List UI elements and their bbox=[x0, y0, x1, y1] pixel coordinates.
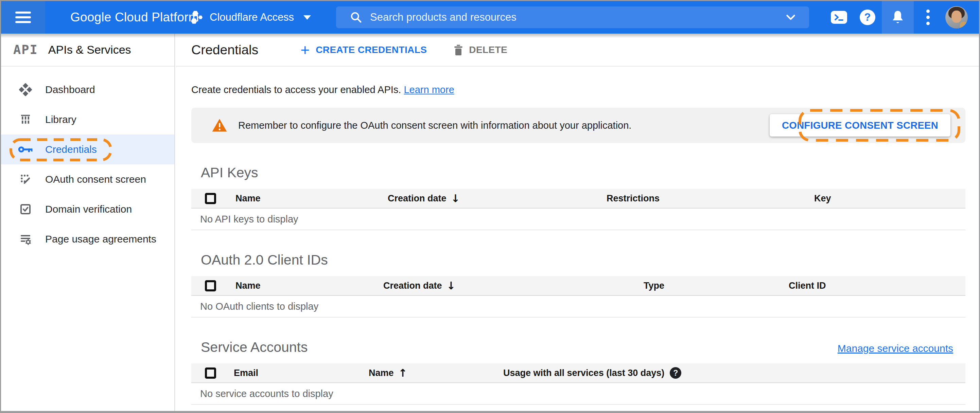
sidebar-item-dashboard[interactable]: Dashboard bbox=[1, 75, 174, 105]
bell-icon bbox=[891, 10, 905, 25]
sidebar-title: APIs & Services bbox=[48, 43, 131, 56]
select-all-checkbox[interactable] bbox=[205, 280, 216, 291]
column-header-name[interactable]: Name ↑ bbox=[369, 367, 503, 379]
sort-arrow-down-icon: ↓ bbox=[451, 192, 460, 205]
search-bar[interactable] bbox=[336, 6, 809, 28]
create-credentials-button[interactable]: + CREATE CREDENTIALS bbox=[301, 43, 427, 57]
usage-help-icon[interactable]: ? bbox=[670, 367, 681, 379]
sidebar-item-credentials[interactable]: Credentials bbox=[1, 135, 174, 164]
column-header-email[interactable]: Email bbox=[234, 368, 369, 378]
sidebar-header: API APIs & Services bbox=[1, 33, 174, 67]
service-accounts-empty-state: No service accounts to display bbox=[191, 383, 966, 405]
trash-icon bbox=[453, 44, 463, 56]
product-logo[interactable]: Google Cloud Platform bbox=[70, 1, 199, 33]
sort-arrow-down-icon: ↓ bbox=[447, 280, 456, 292]
help-button[interactable]: ? bbox=[853, 1, 882, 33]
column-header-creation-date[interactable]: Creation date ↓ bbox=[383, 280, 644, 292]
notifications-button[interactable] bbox=[882, 1, 914, 33]
column-header-client-id[interactable]: Client ID bbox=[789, 281, 966, 291]
cloud-shell-button[interactable] bbox=[825, 1, 853, 33]
question-icon: ? bbox=[860, 10, 875, 25]
page-title: Credentials bbox=[191, 43, 258, 57]
hamburger-icon bbox=[15, 11, 31, 23]
sidebar-item-label: Page usage agreements bbox=[45, 234, 156, 245]
library-icon bbox=[18, 113, 33, 125]
oauth-clients-empty-state: No OAuth clients to display bbox=[191, 296, 966, 318]
warning-banner: Remember to configure the OAuth consent … bbox=[191, 108, 966, 143]
sidebar-item-label: Library bbox=[45, 114, 76, 125]
api-keys-header-row: Name Creation date ↓ Restrictions Key bbox=[191, 189, 966, 208]
domain-check-icon bbox=[18, 203, 33, 215]
three-dots-icon bbox=[926, 10, 930, 25]
service-accounts-heading-row: Service Accounts Manage service accounts bbox=[191, 339, 966, 355]
sidebar-item-label: Domain verification bbox=[45, 203, 132, 215]
api-keys-empty-state: No API keys to display bbox=[191, 208, 966, 230]
column-header-name[interactable]: Name bbox=[235, 193, 388, 204]
column-header-key[interactable]: Key bbox=[814, 193, 966, 204]
sidebar: API APIs & Services Dashboard bbox=[1, 33, 175, 411]
search-expand-chevron-icon[interactable] bbox=[784, 11, 797, 24]
delete-button[interactable]: DELETE bbox=[453, 44, 508, 56]
terminal-icon bbox=[831, 11, 847, 24]
section-title-oauth-clients: OAuth 2.0 Client IDs bbox=[201, 252, 966, 268]
api-logo: API bbox=[13, 43, 38, 57]
account-button[interactable] bbox=[942, 1, 971, 33]
agreements-icon bbox=[18, 233, 33, 245]
avatar bbox=[945, 6, 968, 29]
more-options-button[interactable] bbox=[914, 1, 942, 33]
service-accounts-header-row: Email Name ↑ Usage with all services (la… bbox=[191, 364, 966, 383]
learn-more-link[interactable]: Learn more bbox=[404, 84, 454, 95]
section-title-service-accounts: Service Accounts bbox=[201, 339, 838, 355]
sidebar-item-label: Credentials bbox=[45, 144, 97, 155]
key-icon bbox=[18, 145, 33, 154]
browser-viewport: Google Cloud Platform Cloudflare Access bbox=[0, 0, 980, 413]
project-name: Cloudflare Access bbox=[210, 11, 294, 24]
oauth-clients-header-row: Name Creation date ↓ Type Client ID bbox=[191, 276, 966, 296]
column-header-type[interactable]: Type bbox=[644, 281, 789, 291]
manage-service-accounts-link[interactable]: Manage service accounts bbox=[838, 343, 953, 354]
warning-triangle-icon bbox=[212, 118, 228, 132]
select-all-checkbox[interactable] bbox=[205, 193, 216, 204]
caret-down-icon bbox=[304, 15, 311, 20]
intro-text: Create credentials to access your enable… bbox=[191, 84, 966, 95]
project-icon bbox=[190, 10, 204, 25]
sidebar-item-label: Dashboard bbox=[45, 84, 95, 95]
select-all-checkbox[interactable] bbox=[205, 367, 216, 379]
app-bar: Google Cloud Platform Cloudflare Access bbox=[1, 1, 979, 33]
consent-icon bbox=[18, 173, 33, 186]
sidebar-item-label: OAuth consent screen bbox=[45, 173, 146, 185]
main-area: Credentials + CREATE CREDENTIALS DELETE … bbox=[176, 33, 979, 411]
search-icon bbox=[350, 11, 363, 24]
configure-consent-screen-button[interactable]: CONFIGURE CONSENT SCREEN bbox=[770, 114, 950, 137]
topbar-actions: ? bbox=[825, 1, 971, 33]
project-selector[interactable]: Cloudflare Access bbox=[190, 1, 311, 33]
sort-arrow-up-icon: ↑ bbox=[399, 367, 407, 379]
section-title-api-keys: API Keys bbox=[201, 165, 966, 181]
warning-text: Remember to configure the OAuth consent … bbox=[238, 120, 632, 131]
page-toolbar: Credentials + CREATE CREDENTIALS DELETE bbox=[176, 33, 979, 67]
column-header-creation-date[interactable]: Creation date ↓ bbox=[388, 192, 606, 205]
sidebar-item-library[interactable]: Library bbox=[1, 105, 174, 135]
plus-icon: + bbox=[301, 43, 310, 57]
sidebar-item-domain-verification[interactable]: Domain verification bbox=[1, 194, 174, 224]
dashboard-icon bbox=[18, 83, 33, 96]
main-menu-button[interactable] bbox=[1, 1, 45, 33]
sidebar-nav: Dashboard Library bbox=[1, 67, 174, 254]
column-header-usage[interactable]: Usage with all services (last 30 days) ? bbox=[503, 367, 966, 379]
sidebar-item-oauth-consent-screen[interactable]: OAuth consent screen bbox=[1, 164, 174, 194]
column-header-name[interactable]: Name bbox=[235, 281, 383, 291]
column-header-restrictions[interactable]: Restrictions bbox=[606, 193, 814, 204]
page-content: Create credentials to access your enable… bbox=[176, 84, 979, 405]
search-input[interactable] bbox=[370, 11, 784, 24]
sidebar-item-page-usage-agreements[interactable]: Page usage agreements bbox=[1, 224, 174, 254]
